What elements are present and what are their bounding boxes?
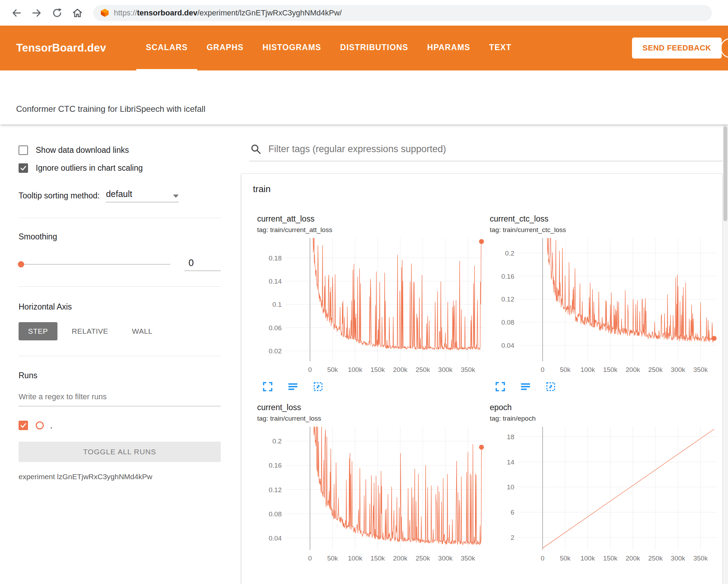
runs-filter-input[interactable] xyxy=(19,392,221,406)
svg-text:100k: 100k xyxy=(348,366,363,373)
show-download-links-row[interactable]: Show data download links xyxy=(19,145,221,155)
current-ctc-loss-plot[interactable]: 0.040.080.120.160.2050k100k150k200k250k3… xyxy=(490,235,722,378)
current-loss-plot[interactable]: 0.040.080.120.160.2050k100k150k200k250k3… xyxy=(257,424,490,566)
chart-title: current_ctc_loss xyxy=(490,214,722,224)
tab-scalars-label: SCALARS xyxy=(146,43,188,52)
run-color-swatch xyxy=(36,421,44,429)
svg-text:350k: 350k xyxy=(461,366,475,373)
app-header: TensorBoard.dev SCALARS GRAPHS HISTOGRAM… xyxy=(0,26,728,70)
svg-text:0: 0 xyxy=(541,366,545,373)
settings-sidebar: Show data download links Ignore outliers… xyxy=(0,124,231,584)
svg-text:350k: 350k xyxy=(693,555,708,562)
forward-icon[interactable] xyxy=(30,7,43,19)
svg-text:0.2: 0.2 xyxy=(273,437,282,445)
svg-text:0.12: 0.12 xyxy=(501,296,514,303)
fullscreen-icon[interactable] xyxy=(262,381,273,392)
tooltip-sorting-dropdown[interactable]: default xyxy=(106,189,179,202)
fit-domain-icon[interactable] xyxy=(313,381,324,392)
tab-distributions[interactable]: DISTRIBUTIONS xyxy=(331,26,418,70)
main-content: train current_att_loss tag: train/curren… xyxy=(231,124,728,584)
scrollbar-thumb[interactable] xyxy=(723,127,727,221)
filter-tags-input[interactable] xyxy=(268,144,722,155)
check-icon xyxy=(20,164,27,172)
fullscreen-icon[interactable] xyxy=(495,381,506,392)
reload-icon[interactable] xyxy=(51,7,63,19)
svg-text:0.18: 0.18 xyxy=(269,254,282,262)
section-title[interactable]: train xyxy=(253,184,722,195)
tab-graphs[interactable]: GRAPHS xyxy=(197,26,253,70)
three-lines-icon[interactable] xyxy=(287,381,298,392)
scrollbar[interactable] xyxy=(723,124,728,584)
tab-text[interactable]: TEXT xyxy=(480,26,521,70)
smoothing-slider-thumb[interactable] xyxy=(18,261,24,267)
epoch-plot[interactable]: 26101418050k100k150k200k250k300k350k xyxy=(490,424,722,566)
current-att-loss-plot[interactable]: 0.020.060.10.140.18050k100k150k200k250k3… xyxy=(257,235,490,378)
tab-graphs-label: GRAPHS xyxy=(207,43,244,52)
svg-text:300k: 300k xyxy=(671,555,686,562)
content: Show data download links Ignore outliers… xyxy=(0,124,728,584)
axis-wall-button[interactable]: WALL xyxy=(123,322,162,340)
svg-text:0.06: 0.06 xyxy=(269,324,282,332)
back-icon[interactable] xyxy=(10,7,23,19)
axis-relative-button[interactable]: RELATIVE xyxy=(62,322,118,340)
svg-text:300k: 300k xyxy=(438,555,453,562)
horizontal-axis-label: Horizontal Axis xyxy=(19,302,221,312)
svg-text:350k: 350k xyxy=(461,555,475,562)
three-lines-icon[interactable] xyxy=(520,381,531,392)
svg-text:0.02: 0.02 xyxy=(269,347,282,355)
tooltip-sorting-value: default xyxy=(106,189,132,199)
url-text: https://tensorboard.dev/experiment/lzGnE… xyxy=(114,8,342,18)
home-icon[interactable] xyxy=(71,7,84,19)
tooltip-sorting-label: Tooltip sorting method: xyxy=(19,191,99,201)
tensorboard-favicon-icon xyxy=(100,8,109,18)
run-row[interactable]: . xyxy=(19,420,221,430)
train-card: train current_att_loss tag: train/curren… xyxy=(241,174,722,584)
toggle-all-runs-button[interactable]: TOGGLE ALL RUNS xyxy=(19,442,221,462)
svg-text:0.2: 0.2 xyxy=(505,250,514,257)
svg-text:200k: 200k xyxy=(393,366,408,373)
svg-text:300k: 300k xyxy=(438,366,453,373)
axis-step-button[interactable]: STEP xyxy=(19,322,57,340)
chart-title: epoch xyxy=(490,403,722,412)
svg-text:150k: 150k xyxy=(370,366,385,373)
fit-domain-icon[interactable] xyxy=(545,381,556,392)
smoothing-slider[interactable] xyxy=(19,264,170,265)
ignore-outliers-row[interactable]: Ignore outliers in chart scaling xyxy=(19,163,221,173)
check-icon xyxy=(20,422,27,429)
send-feedback-button[interactable]: SEND FEEDBACK xyxy=(632,38,722,59)
chart-title: current_loss xyxy=(257,403,490,412)
run-name: . xyxy=(50,420,53,430)
svg-text:0: 0 xyxy=(308,555,312,562)
svg-text:50k: 50k xyxy=(327,555,338,562)
tab-histograms[interactable]: HISTOGRAMS xyxy=(253,26,330,70)
smoothing-row: 0 xyxy=(19,258,221,271)
chart-tag: tag: train/current_att_loss xyxy=(257,226,490,234)
smoothing-value[interactable]: 0 xyxy=(184,258,221,271)
experiment-title: Conformer CTC training for LibriSpeech w… xyxy=(16,104,205,114)
svg-text:200k: 200k xyxy=(626,366,640,373)
svg-text:18: 18 xyxy=(507,433,514,441)
svg-text:350k: 350k xyxy=(693,366,708,373)
url-bar[interactable]: https://tensorboard.dev/experiment/lzGnE… xyxy=(93,5,712,21)
show-download-links-checkbox[interactable] xyxy=(19,145,28,155)
svg-text:50k: 50k xyxy=(327,366,338,373)
chart-tag: tag: train/current_ctc_loss xyxy=(490,226,722,234)
chart-current-loss: current_loss tag: train/current_loss 0.0… xyxy=(257,403,490,566)
svg-text:10: 10 xyxy=(507,483,514,491)
ignore-outliers-checkbox[interactable] xyxy=(19,163,28,173)
svg-text:150k: 150k xyxy=(603,366,618,373)
svg-text:50k: 50k xyxy=(560,366,571,373)
chart-epoch: epoch tag: train/epoch 26101418050k100k1… xyxy=(490,403,722,566)
run-checkbox[interactable] xyxy=(19,421,28,430)
experiment-id: experiment lzGnETjwRxC3yghNMd4kPw xyxy=(19,473,221,481)
svg-text:0: 0 xyxy=(308,366,312,373)
tab-text-label: TEXT xyxy=(489,43,511,52)
tab-hparams[interactable]: HPARAMS xyxy=(418,26,480,70)
svg-text:0.04: 0.04 xyxy=(501,342,514,349)
browser-chrome: https://tensorboard.dev/experiment/lzGnE… xyxy=(0,0,728,26)
tab-scalars[interactable]: SCALARS xyxy=(136,26,197,70)
svg-text:50k: 50k xyxy=(560,555,571,562)
divider xyxy=(19,286,221,287)
svg-text:100k: 100k xyxy=(581,555,595,562)
tab-distributions-label: DISTRIBUTIONS xyxy=(340,43,408,52)
